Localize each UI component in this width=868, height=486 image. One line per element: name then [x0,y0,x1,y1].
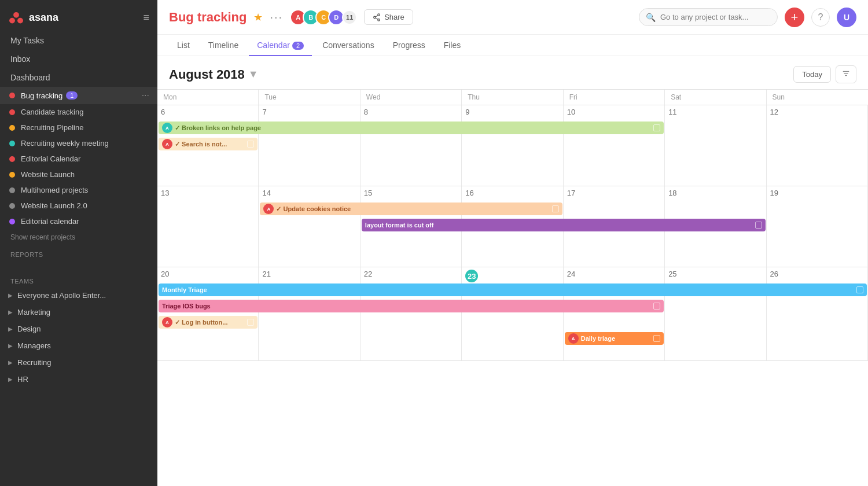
day-number: 26 [770,270,865,278]
share-button[interactable]: Share [364,9,413,25]
team-item-marketing[interactable]: ▶ Marketing [0,304,157,321]
dashboard-label: Dashboard [10,73,50,82]
share-label: Share [384,13,404,21]
day-number: 20 [161,270,256,278]
project-item-recruiting-pipeline[interactable]: Recruiting Pipeline [0,120,157,135]
project-item-candidate-tracking[interactable]: Candidate tracking [0,104,157,120]
day-number: 16 [465,189,560,197]
day-cell-20: 20 [157,267,259,361]
today-button[interactable]: Today [793,66,831,83]
day-cell-19: 19 [767,186,868,267]
asana-logo[interactable]: asana [8,9,58,25]
project-dot [9,156,15,162]
project-dot [9,125,15,131]
spanning-event-1[interactable]: layout format is cut off [362,219,766,231]
project-label: Recruiting Pipeline [21,123,83,132]
spanning-event-0[interactable]: A✓ Broken links on help page [159,122,664,134]
event-label: ✓ Log in button... [175,319,245,326]
day-cell-26: 26 [767,267,868,361]
sidebar-collapse-button[interactable]: ≡ [143,12,149,24]
day-cell-25: 25 [665,267,766,361]
spanning-event-1[interactable]: Triage IOS bugs [159,300,664,312]
spanning-event-3[interactable]: ADaily triage [565,332,664,345]
sidebar-item-dashboard[interactable]: Dashboard [0,68,157,87]
day-number: 19 [770,189,865,197]
day-header-sun: Sun [767,90,868,105]
event-checkbox[interactable] [552,205,559,212]
star-icon[interactable]: ★ [253,11,263,24]
collapse-icon: ≡ [143,12,149,24]
team-label: Managers [17,341,51,350]
project-more-btn[interactable]: ··· [142,90,149,101]
tab-badge: 2 [292,42,304,50]
team-item-everyone[interactable]: ▶ Everyone at Apollo Enter... [0,287,157,304]
asana-logo-icon [8,9,24,25]
team-label: HR [17,375,28,384]
more-button[interactable]: ··· [270,10,283,24]
day-number: 6 [161,108,256,116]
project-label: Website Launch 2.0 [21,201,87,210]
tab-list[interactable]: List [169,35,198,56]
team-item-hr[interactable]: ▶ HR [0,371,157,388]
tab-conversations[interactable]: Conversations [314,35,382,56]
sidebar-item-inbox[interactable]: Inbox [0,50,157,68]
project-item-bug-tracking[interactable]: Bug tracking 1 ··· [0,87,157,104]
day-cell-7: 7 [259,105,360,186]
spanning-event-0[interactable]: Monthly Triage [159,284,867,296]
add-button[interactable]: + [785,8,804,27]
tab-progress[interactable]: Progress [385,35,433,56]
month-dropdown-icon[interactable]: ▼ [248,68,259,80]
team-item-recruiting[interactable]: ▶ Recruiting [0,354,157,371]
project-item-editorial-calendar[interactable]: Editorial Calendar [0,151,157,167]
event-avatar: A [162,139,172,149]
spanning-event-1[interactable]: A✓ Search is not... [159,138,258,150]
day-cell-23: 23 [462,267,563,361]
event-checkbox[interactable] [856,286,863,293]
project-item-recruiting-weekly-meeting[interactable]: Recruiting weekly meeting [0,135,157,151]
user-avatar[interactable]: U [837,8,856,27]
search-input[interactable] [639,8,778,26]
day-number: 8 [364,108,459,116]
day-cell-24: 24 [564,267,665,361]
asana-logo-text: asana [29,12,58,24]
project-badge: 1 [66,91,78,100]
filter-button[interactable] [836,65,856,83]
chevron-right-icon: ▶ [8,326,13,332]
tab-timeline[interactable]: Timeline [200,35,247,56]
spanning-event-2[interactable]: A✓ Log in button... [159,316,258,329]
teams-list: ▶ Everyone at Apollo Enter...▶ Marketing… [0,287,157,388]
event-avatar: A [162,317,172,327]
tab-files[interactable]: Files [436,35,469,56]
project-item-multihomed-projects[interactable]: Multihomed projects [0,182,157,198]
sidebar-item-my-tasks[interactable]: My Tasks [0,31,157,50]
calendar-area: August 2018 ▼ Today MonTueWedThuFriSatSu… [157,56,868,486]
event-checkbox[interactable] [653,335,660,342]
project-item-editorial-calendar[interactable]: Editorial calendar [0,213,157,229]
show-recent-projects[interactable]: Show recent projects [0,229,157,245]
help-button[interactable]: ? [811,8,830,27]
chevron-right-icon: ▶ [8,376,13,382]
tab-calendar[interactable]: Calendar2 [249,35,312,56]
event-checkbox[interactable] [653,124,660,131]
day-number: 21 [262,270,357,278]
svg-point-0 [13,12,19,18]
event-checkbox[interactable] [247,141,254,148]
event-checkbox[interactable] [247,319,254,326]
event-checkbox[interactable] [755,222,762,229]
spanning-event-0[interactable]: A✓ Update cookies notice [260,203,562,215]
event-label: ✓ Search is not... [175,141,245,148]
day-header-wed: Wed [361,90,462,105]
team-label: Everyone at Apollo Enter... [17,291,106,300]
project-item-website-launch[interactable]: Website Launch [0,167,157,182]
svg-point-2 [17,18,23,24]
project-item-website-launch-2.0[interactable]: Website Launch 2.0 [0,198,157,213]
team-item-managers[interactable]: ▶ Managers [0,337,157,354]
event-checkbox[interactable] [653,303,660,310]
day-number: 25 [668,270,763,278]
teams-section-label: Teams [0,272,157,287]
event-avatar: A [263,204,274,214]
team-item-design[interactable]: ▶ Design [0,321,157,337]
avatar-count: 11 [342,10,357,25]
week-row-0: 6789101112A✓ Broken links on help pageA✓… [157,105,868,186]
inbox-label: Inbox [10,54,30,64]
